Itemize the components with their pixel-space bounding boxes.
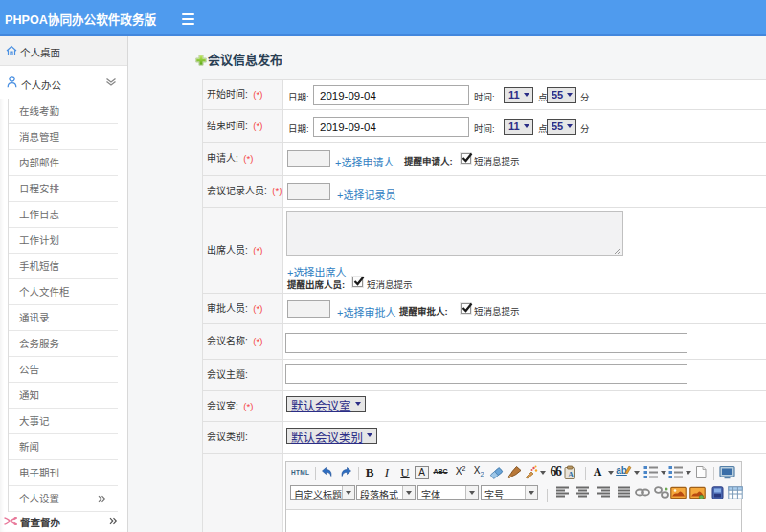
svg-text:A: A xyxy=(568,470,574,479)
